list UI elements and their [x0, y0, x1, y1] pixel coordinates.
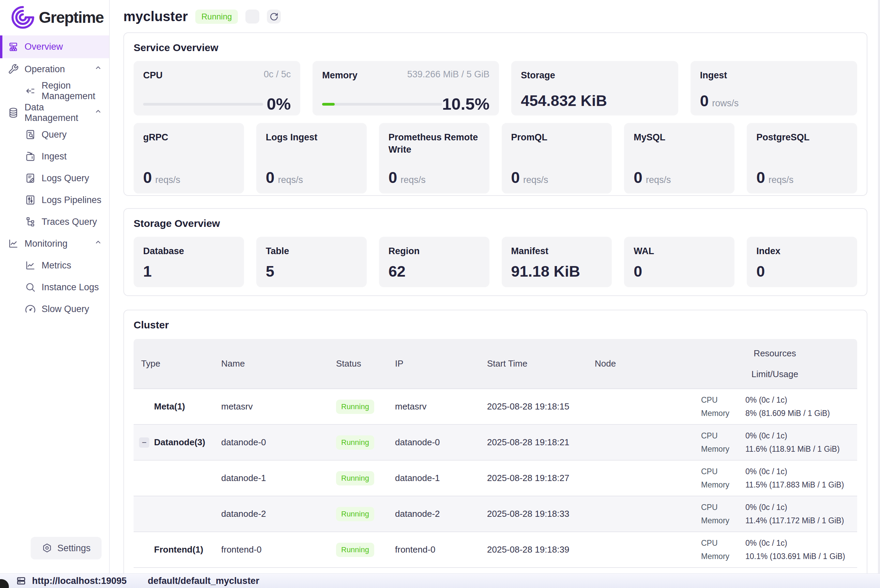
import-box-icon [24, 151, 36, 162]
row-resources: CPU0% (0c / 1c) Memory11.6% (118.91 MiB … [692, 431, 857, 454]
memory-progress-bar [322, 103, 442, 106]
status-badge: Running [336, 471, 374, 486]
sidebar-section-monitoring[interactable]: Monitoring [0, 232, 109, 255]
card-value: 0 [143, 170, 152, 185]
row-type: Frontend(1) [134, 544, 215, 555]
card-value: 0 [756, 170, 765, 185]
wal-card: WAL 0 [624, 237, 734, 287]
status-badge: Running [336, 435, 374, 450]
sidebar-item-instance-logs[interactable]: Instance Logs [0, 276, 109, 298]
col-type: Type [134, 358, 215, 369]
card-value: 0 [266, 170, 275, 185]
card-value: 91.18 KiB [511, 264, 602, 279]
service-stat-cards: CPU 0c / 5c 0% Memory 539.266 MiB / 5 Gi… [134, 61, 857, 116]
col-start-time: Start Time [481, 358, 587, 369]
status-badge: Running [336, 507, 374, 521]
cpu-label: CPU [701, 467, 745, 476]
table-row-datanode-2: datanode-2 Running datanode-2 2025-08-28… [134, 496, 857, 532]
card-unit: reqs/s [401, 175, 426, 185]
grpc-card: gRPC 0 reqs/s [134, 123, 244, 194]
ingest-card: Ingest 0 rows/s [691, 61, 857, 116]
chevron-up-icon [94, 64, 102, 75]
table-card: Table 5 [256, 237, 367, 287]
app-window: Greptime Overview O [0, 0, 880, 588]
sidebar-item-slow-query[interactable]: Slow Query [0, 298, 109, 320]
scrollbar-track[interactable] [878, 0, 880, 573]
col-resources-label: Resources [754, 348, 796, 359]
memory-label: Memory [701, 516, 745, 525]
cpu-usage: 0% (0c / 1c) [745, 467, 857, 476]
card-unit: reqs/s [646, 175, 671, 185]
refresh-button[interactable] [267, 9, 281, 24]
col-ip: IP [389, 358, 481, 369]
sidebar-item-region-management[interactable]: Region Management [0, 80, 109, 102]
cpu-progress-bar [143, 103, 263, 106]
logs-ingest-card: Logs Ingest 0 reqs/s [256, 123, 367, 194]
page-header: mycluster Running [110, 0, 880, 24]
row-type: Meta(1) [134, 401, 215, 412]
cpu-label: CPU [701, 396, 745, 405]
table-header-row: Type Name Status IP Start Time Node Reso… [134, 339, 857, 389]
sidebar-item-label: Query [42, 129, 67, 140]
collapse-button[interactable]: − [139, 437, 149, 448]
database-card: Database 1 [134, 237, 244, 287]
mysql-card: MySQL 0 reqs/s [624, 123, 734, 194]
server-icon [17, 576, 26, 586]
storage-value: 454.832 KiB [521, 93, 668, 108]
sidebar-section-data-management[interactable]: Data Management [0, 102, 109, 124]
cpu-label: CPU [701, 538, 745, 548]
postgresql-card: PostgreSQL 0 reqs/s [747, 123, 857, 194]
sidebar-item-label: Slow Query [42, 304, 89, 315]
memory-usage: 11.4% (117.172 MiB / 1 GiB) [745, 516, 857, 525]
card-value: 0 [511, 170, 520, 185]
memory-label: Memory [701, 552, 745, 561]
refresh-icon [270, 12, 278, 21]
database-icon [8, 107, 19, 118]
chart-line-icon [8, 238, 19, 249]
row-resources: CPU0% (0c / 1c) Memory11.5% (117.883 MiB… [692, 467, 857, 489]
sidebar-item-query[interactable]: Query [0, 124, 109, 146]
sidebar-item-logs-pipelines[interactable]: Logs Pipelines [0, 189, 109, 211]
card-value: 5 [266, 264, 357, 279]
sidebar-item-overview[interactable]: Overview [0, 35, 109, 58]
row-start-time: 2025-08-28 19:18:39 [481, 544, 587, 555]
memory-label: Memory [701, 480, 745, 489]
card-title: WAL [634, 245, 725, 257]
sidebar-item-label: Instance Logs [42, 282, 99, 292]
card-unit: reqs/s [523, 175, 548, 185]
cpu-label: CPU [701, 431, 745, 441]
row-start-time: 2025-08-28 19:18:15 [481, 401, 587, 412]
cpu-card: CPU 0c / 5c 0% [134, 61, 300, 116]
current-database[interactable]: default/default_mycluster [148, 576, 259, 586]
col-node: Node [587, 358, 692, 369]
row-resources: CPU0% (0c / 1c) Memory10.1% (103.691 MiB… [692, 538, 857, 561]
sidebar-item-traces-query[interactable]: Traces Query [0, 211, 109, 232]
cluster-panel: Cluster Type Name Status IP Start Time N… [123, 310, 867, 573]
row-start-time: 2025-08-28 19:18:27 [481, 473, 587, 483]
table-row-meta: Meta(1) metasrv Running metasrv 2025-08-… [134, 389, 857, 425]
settings-button[interactable]: Settings [31, 537, 102, 560]
row-name: datanode-0 [215, 437, 328, 448]
sidebar-item-logs-query[interactable]: Logs Query [0, 167, 109, 189]
sidebar-section-operation[interactable]: Operation [0, 58, 109, 80]
cluster-title: mycluster [123, 9, 188, 24]
sidebar-item-ingest[interactable]: Ingest [0, 146, 109, 167]
status-badge: Running [336, 543, 374, 557]
card-value: 0 [756, 264, 848, 279]
card-title: Ingest [700, 69, 727, 81]
storage-overview-panel: Storage Overview Database 1 Table 5 Regi… [123, 208, 867, 296]
card-title: Region [389, 245, 480, 257]
trace-tree-icon [24, 216, 36, 228]
row-start-time: 2025-08-28 19:18:21 [481, 437, 587, 448]
sidebar-item-metrics[interactable]: Metrics [0, 255, 109, 276]
card-value: 62 [389, 264, 480, 279]
section-title: Cluster [134, 319, 857, 331]
greptime-spiral-icon [10, 5, 35, 30]
card-unit: reqs/s [155, 175, 181, 185]
card-value: 0 [634, 264, 725, 279]
server-url[interactable]: http://localhost:19095 [32, 576, 127, 586]
card-value: 0 [389, 170, 397, 185]
sidebar: Greptime Overview O [0, 0, 110, 573]
cpu-usage: 0% (0c / 1c) [745, 431, 857, 441]
cluster-action-button[interactable] [245, 9, 259, 24]
